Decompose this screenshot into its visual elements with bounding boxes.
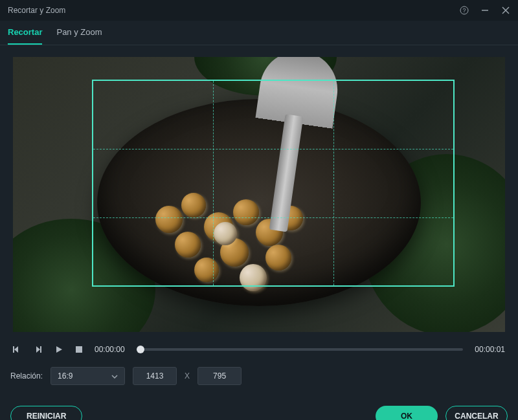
ratio-dropdown[interactable]: 16:9 bbox=[51, 367, 125, 385]
ratio-value: 16:9 bbox=[58, 371, 73, 381]
svg-marker-9 bbox=[56, 346, 62, 353]
stop-button[interactable] bbox=[75, 346, 83, 353]
preview-background bbox=[13, 57, 505, 332]
footer: REINICIAR OK CANCELAR bbox=[0, 392, 518, 420]
titlebar-controls: ? bbox=[460, 6, 510, 15]
window-title: Recortar y Zoom bbox=[8, 6, 65, 15]
svg-rect-6 bbox=[13, 346, 14, 353]
close-icon[interactable] bbox=[501, 6, 510, 15]
prev-frame-button[interactable] bbox=[13, 345, 22, 354]
titlebar: Recortar y Zoom ? bbox=[0, 0, 518, 21]
svg-marker-5 bbox=[14, 346, 18, 353]
svg-rect-10 bbox=[76, 346, 82, 353]
cancel-button[interactable]: CANCELAR bbox=[445, 406, 508, 420]
tabs: Recortar Pan y Zoom bbox=[0, 21, 518, 45]
svg-rect-8 bbox=[40, 346, 41, 353]
svg-marker-7 bbox=[36, 346, 40, 353]
ratio-label: Relación: bbox=[10, 371, 43, 381]
next-frame-button[interactable] bbox=[34, 345, 43, 354]
reset-button[interactable]: REINICIAR bbox=[10, 406, 82, 420]
preview-area bbox=[0, 45, 518, 338]
timeline-handle[interactable] bbox=[137, 346, 144, 353]
svg-text:?: ? bbox=[462, 7, 466, 14]
help-icon[interactable]: ? bbox=[460, 6, 469, 15]
minimize-icon[interactable] bbox=[480, 6, 490, 15]
height-input[interactable]: 795 bbox=[197, 367, 242, 385]
chevron-down-icon bbox=[111, 371, 118, 381]
width-input[interactable]: 1413 bbox=[133, 367, 177, 385]
tab-pan-zoom[interactable]: Pan y Zoom bbox=[56, 27, 102, 45]
video-preview[interactable] bbox=[13, 57, 505, 332]
ok-button[interactable]: OK bbox=[376, 406, 438, 420]
total-time: 00:00:01 bbox=[475, 345, 505, 354]
ratio-bar: Relación: 16:9 1413 X 795 bbox=[0, 360, 518, 392]
play-button[interactable] bbox=[54, 345, 63, 354]
tab-recortar[interactable]: Recortar bbox=[8, 27, 42, 45]
current-time: 00:00:00 bbox=[95, 345, 125, 354]
dimension-separator: X bbox=[185, 371, 190, 381]
timeline-slider[interactable] bbox=[137, 348, 464, 351]
playback-bar: 00:00:00 00:00:01 bbox=[0, 338, 518, 360]
